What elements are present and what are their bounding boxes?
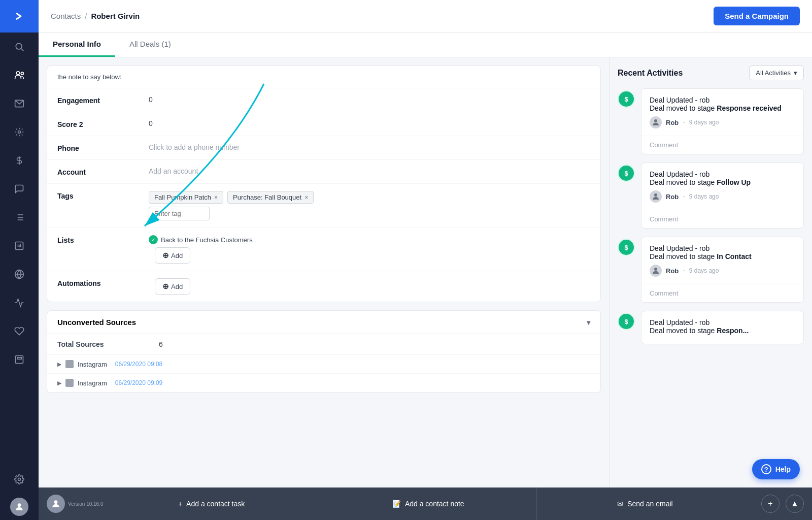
activity-body-0: Deal Updated - rob Deal moved to stage R… — [641, 89, 803, 136]
sidebar-item-templates[interactable] — [0, 345, 39, 374]
sidebar-item-messages[interactable] — [0, 175, 39, 203]
sidebar-item-analytics[interactable] — [0, 288, 39, 317]
activity-card-2: Deal Updated - rob Deal moved to stage I… — [641, 237, 804, 303]
help-circle-icon: ? — [761, 464, 771, 474]
unconverted-chevron-icon[interactable]: ▾ — [587, 318, 590, 327]
sidebar-user-avatar[interactable] — [10, 498, 28, 516]
activity-feed: $ Deal Updated - rob Deal moved to stage… — [618, 88, 804, 352]
sidebar-item-settings[interactable] — [0, 465, 39, 494]
field-value-score2[interactable]: 0 — [149, 119, 590, 127]
unconverted-header: Unconverted Sources ▾ — [47, 311, 600, 334]
activities-filter-dropdown[interactable]: All Activities ▾ — [749, 66, 804, 80]
source-item-1[interactable]: ▶ Instagram 06/29/2020 09:09 — [47, 374, 600, 393]
add-task-plus-icon: + — [178, 500, 182, 508]
sidebar-item-email[interactable] — [0, 89, 39, 118]
tab-personal-info[interactable]: Personal Info — [39, 32, 115, 57]
tag-input[interactable] — [149, 207, 210, 220]
send-campaign-button[interactable]: Send a Campaign — [714, 7, 800, 25]
add-list-button[interactable]: ⊕ Add — [155, 247, 190, 264]
svg-point-2 — [16, 72, 20, 75]
info-row-engagement: Engagement 0 — [47, 88, 600, 112]
activity-dot-2: $ — [618, 239, 635, 256]
field-label-engagement: Engagement — [57, 95, 149, 105]
svg-rect-20 — [17, 358, 21, 359]
info-row-phone: Phone Click to add a phone number — [47, 136, 600, 160]
sidebar-item-deals[interactable] — [0, 146, 39, 175]
field-value-account[interactable]: Add an account — [149, 167, 590, 175]
activity-stage-name-3: Respon... — [717, 327, 749, 335]
activity-stage-prefix-0: Deal moved to stage — [650, 104, 717, 112]
activity-user-3: rob — [699, 318, 709, 327]
add-task-label: Add a contact task — [186, 500, 245, 508]
activities-title: Recent Activities — [618, 69, 683, 78]
activity-title-1: Deal Updated - rob Deal moved to stage F… — [650, 170, 795, 186]
activity-dot-3: $ — [618, 313, 635, 330]
sidebar-item-web[interactable] — [0, 260, 39, 288]
activity-avatar-2 — [650, 265, 662, 277]
activity-item-2: $ Deal Updated - rob Deal moved to stage… — [618, 237, 804, 303]
activity-title-2: Deal Updated - rob Deal moved to stage I… — [650, 244, 795, 261]
field-value-phone[interactable]: Click to add a phone number — [149, 143, 590, 151]
info-row-automations: Automations ⊕ Add — [47, 271, 600, 302]
field-label-score2: Score 2 — [57, 119, 149, 128]
info-row-tags: Tags Fall Pumpkin Patch × Purchase: Fall… — [47, 184, 600, 228]
activity-body-2: Deal Updated - rob Deal moved to stage I… — [641, 237, 803, 284]
info-note: the note to say below: — [47, 66, 600, 88]
source-chevron-icon-1: ▶ — [57, 380, 61, 386]
total-sources-label: Total Sources — [57, 340, 159, 348]
source-item-0[interactable]: ▶ Instagram 06/29/2020 09:08 — [47, 355, 600, 374]
add-note-icon: 📝 — [392, 500, 401, 508]
svg-point-26 — [654, 268, 657, 271]
send-email-icon: ✉ — [617, 500, 623, 508]
bottom-plus-button[interactable]: + — [761, 495, 780, 513]
field-value-lists: ✓ Back to the Fuchsia Customers ⊕ Add — [149, 235, 590, 264]
tag-purchase-fall-bouquet: Purchase: Fall Bouquet × — [227, 191, 314, 204]
activity-comment-1[interactable]: Comment — [641, 210, 803, 228]
bottom-up-button[interactable]: ▲ — [786, 495, 804, 513]
add-contact-note-button[interactable]: 📝 Add a contact note — [320, 488, 537, 520]
add-automation-button[interactable]: ⊕ Add — [155, 278, 190, 295]
field-value-engagement[interactable]: 0 — [149, 95, 590, 104]
svg-point-21 — [18, 478, 21, 481]
breadcrumb-current: Robert Girvin — [91, 12, 140, 20]
activity-card-1: Deal Updated - rob Deal moved to stage F… — [641, 162, 804, 229]
activity-type-1: Deal Updated — [650, 170, 693, 178]
help-button[interactable]: ? Help — [752, 459, 800, 479]
instagram-icon-0 — [65, 360, 74, 368]
check-icon: ✓ — [149, 235, 158, 244]
add-automation-label: Add — [171, 283, 183, 290]
tag-remove-fall-pumpkin[interactable]: × — [214, 194, 218, 201]
sidebar — [0, 0, 39, 520]
info-row-account: Account Add an account — [47, 160, 600, 184]
sidebar-item-reports[interactable] — [0, 232, 39, 260]
sidebar-item-contacts[interactable] — [0, 61, 39, 89]
source-date-0: 06/29/2020 09:08 — [115, 361, 162, 368]
list-item-label: Back to the Fuchsia Customers — [161, 236, 253, 244]
tag-label-purchase-fall: Purchase: Fall Bouquet — [233, 193, 301, 201]
activity-item-0: $ Deal Updated - rob Deal moved to stage… — [618, 88, 804, 154]
activity-comment-2[interactable]: Comment — [641, 284, 803, 302]
activity-item-3: $ Deal Updated - rob Deal moved to stage… — [618, 311, 804, 344]
sidebar-item-automation[interactable] — [0, 118, 39, 146]
send-email-button[interactable]: ✉ Send an email — [537, 488, 753, 520]
breadcrumb-base[interactable]: Contacts — [51, 12, 81, 20]
sidebar-item-search[interactable] — [0, 32, 39, 61]
sidebar-item-favorites[interactable] — [0, 317, 39, 345]
tag-fall-pumpkin: Fall Pumpkin Patch × — [149, 191, 223, 204]
header: Contacts / Robert Girvin Send a Campaign — [39, 0, 812, 32]
activity-user-0: rob — [699, 96, 709, 104]
sidebar-logo[interactable] — [0, 0, 39, 32]
activity-author-0: Rob — [666, 119, 679, 126]
tab-all-deals[interactable]: All Deals (1) — [115, 32, 185, 57]
activity-avatar-0 — [650, 116, 662, 128]
add-contact-task-button[interactable]: + Add a contact task — [104, 488, 320, 520]
activity-stage-prefix-3: Deal moved to stage — [650, 327, 717, 335]
activity-card-0: Deal Updated - rob Deal moved to stage R… — [641, 88, 804, 154]
sidebar-item-lists[interactable] — [0, 203, 39, 232]
breadcrumb-separator: / — [85, 12, 87, 20]
field-label-phone: Phone — [57, 143, 149, 152]
tag-remove-purchase-fall[interactable]: × — [304, 194, 308, 201]
source-platform-1: Instagram — [78, 379, 107, 387]
activity-meta-0: Rob · 9 days ago — [650, 116, 795, 128]
activity-comment-0[interactable]: Comment — [641, 136, 803, 154]
